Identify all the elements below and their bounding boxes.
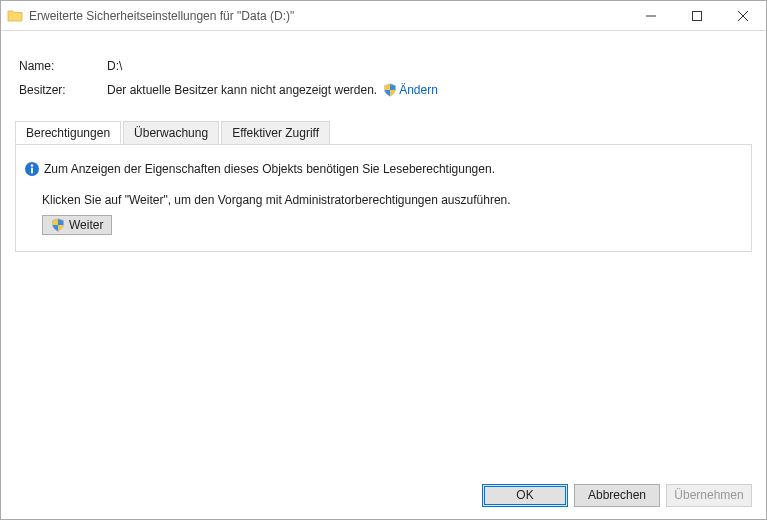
info-icon (24, 161, 40, 177)
svg-rect-1 (693, 12, 702, 21)
tab-content: Zum Anzeigen der Eigenschaften dieses Ob… (16, 145, 751, 251)
cancel-button[interactable]: Abbrechen (574, 484, 660, 507)
owner-label: Besitzer: (19, 83, 107, 97)
ok-button[interactable]: OK (482, 484, 568, 507)
name-value: D:\ (107, 59, 122, 73)
name-label: Name: (19, 59, 107, 73)
window-title: Erweiterte Sicherheitseinstellungen für … (29, 9, 294, 23)
minimize-button[interactable] (628, 1, 674, 31)
owner-value: Der aktuelle Besitzer kann nicht angezei… (107, 83, 377, 97)
folder-icon (7, 8, 23, 24)
svg-rect-6 (31, 168, 33, 174)
continue-button[interactable]: Weiter (42, 215, 112, 235)
maximize-button[interactable] (674, 1, 720, 31)
svg-point-5 (31, 164, 33, 166)
close-button[interactable] (720, 1, 766, 31)
dialog-footer: OK Abbrechen Übernehmen (1, 471, 766, 519)
read-permission-message: Zum Anzeigen der Eigenschaften dieses Ob… (44, 162, 495, 176)
tab-effective[interactable]: Effektiver Zugriff (221, 121, 330, 144)
tab-auditing[interactable]: Überwachung (123, 121, 219, 144)
shield-icon (51, 218, 65, 232)
shield-icon (383, 83, 397, 97)
tabs-bar: Berechtigungen Überwachung Effektiver Zu… (15, 121, 752, 144)
change-owner-link[interactable]: Ändern (399, 83, 438, 97)
titlebar: Erweiterte Sicherheitseinstellungen für … (1, 1, 766, 31)
continue-help-text: Klicken Sie auf "Weiter", um den Vorgang… (42, 193, 743, 207)
window-controls (628, 1, 766, 31)
info-section: Name: D:\ Besitzer: Der aktuelle Besitze… (15, 45, 752, 121)
tab-permissions[interactable]: Berechtigungen (15, 121, 121, 144)
continue-button-label: Weiter (69, 218, 103, 232)
apply-button[interactable]: Übernehmen (666, 484, 752, 507)
